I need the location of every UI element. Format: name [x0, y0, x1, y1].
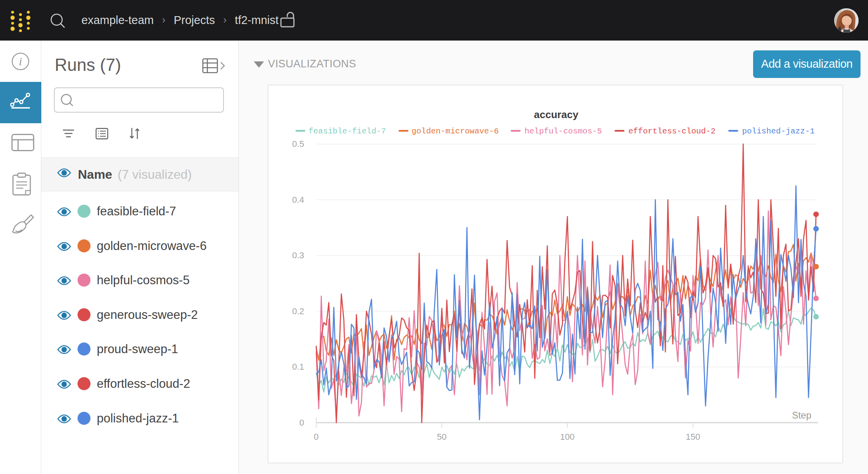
svg-text:100: 100	[560, 432, 575, 442]
svg-text:polished-jazz-1: polished-jazz-1	[742, 127, 815, 136]
svg-text:0: 0	[299, 418, 304, 428]
svg-text:golden-microwave-6: golden-microwave-6	[412, 127, 499, 136]
svg-text:150: 150	[686, 432, 700, 442]
svg-text:i: i	[19, 55, 22, 68]
svg-text:0.2: 0.2	[292, 306, 304, 316]
svg-text:feasible-field-7: feasible-field-7	[308, 127, 386, 136]
svg-text:0.5: 0.5	[292, 139, 304, 149]
svg-text:accuracy: accuracy	[534, 109, 578, 120]
svg-text:0.1: 0.1	[292, 362, 304, 372]
svg-text:effortless-cloud-2: effortless-cloud-2	[628, 127, 715, 136]
svg-text:Step: Step	[792, 410, 811, 420]
svg-text:0.3: 0.3	[292, 250, 304, 260]
svg-text:helpful-cosmos-5: helpful-cosmos-5	[524, 127, 602, 136]
svg-text:0: 0	[314, 432, 319, 442]
svg-text:50: 50	[437, 432, 447, 442]
svg-text:0.4: 0.4	[292, 195, 304, 205]
